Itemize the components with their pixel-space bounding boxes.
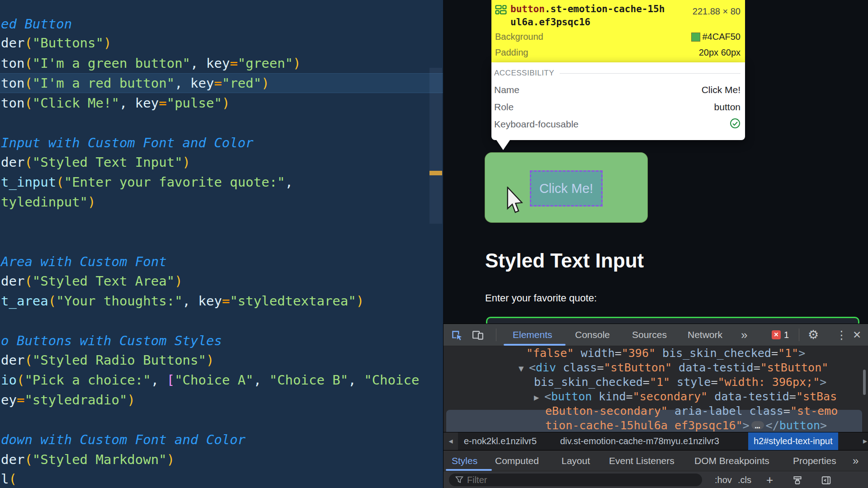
collapsed-content-pill[interactable]: … <box>751 421 764 429</box>
more-tabs-chevron[interactable]: » <box>741 324 747 346</box>
code-line: ey="styledradio") <box>1 390 135 410</box>
breadcrumb-selected[interactable]: h2#styled-text-input <box>748 432 838 450</box>
error-badge-icon[interactable]: ✕ <box>772 330 781 339</box>
check-circle-icon <box>730 118 741 131</box>
code-line: der("Buttons") <box>1 33 111 53</box>
device-toolbar-icon[interactable] <box>472 329 484 343</box>
divider <box>560 73 741 74</box>
code-line: down with Custom Font and Color <box>1 430 245 450</box>
a11y-role-row: Role button <box>494 99 741 116</box>
devtools-tabbar: ElementsConsoleSourcesNetwork » ✕ 1 ⚙ ⋮ … <box>443 324 868 346</box>
button-content-highlight: Click Me! <box>530 170 603 206</box>
filter-toggle-hov[interactable]: :hov <box>715 471 732 488</box>
kebab-menu-icon[interactable]: ⋮ <box>836 324 847 346</box>
code-line: Input with Custom Font and Color <box>1 133 254 153</box>
code-editor[interactable]: ed Buttonder("Buttons")ton("I'm a green … <box>0 0 443 488</box>
favorite-quote-input[interactable] <box>486 317 859 324</box>
code-line: ton("Click Me!", key="pulse") <box>1 93 230 113</box>
elements-tree[interactable]: "false" width="396" bis_skin_checked="1"… <box>443 346 868 432</box>
tab-elements[interactable]: Elements <box>513 324 552 346</box>
page-title: Styled Text Input <box>485 249 644 272</box>
devtools-panel: ElementsConsoleSourcesNetwork » ✕ 1 ⚙ ⋮ … <box>443 324 868 488</box>
text-input-label: Enter your favorite quote: <box>485 292 597 304</box>
tab-sources[interactable]: Sources <box>632 324 667 346</box>
settings-gear-icon[interactable]: ⚙ <box>808 324 819 346</box>
code-line: tyledinput") <box>1 192 96 212</box>
inspected-element-selector: button.st-emotion-cache-15hul6a.ef3psqc1… <box>510 3 678 29</box>
mouse-cursor-icon <box>505 187 524 216</box>
tree-line[interactable]: ▼ <div class="stButton" data-testid="stB… <box>519 361 828 375</box>
tree-line[interactable]: ▶ <button kind="secondary" data-testid="… <box>534 389 837 404</box>
breadcrumb-back-icon[interactable]: ◂ <box>443 432 458 450</box>
divider <box>496 328 496 341</box>
code-line: der("Styled Markdown") <box>1 450 175 469</box>
styles-tab-styles[interactable]: Styles <box>452 450 477 471</box>
button-label: Click Me! <box>539 181 593 196</box>
code-line: t_input("Enter your favorite quote:", <box>1 172 293 192</box>
styles-tab-dom-breakpoints[interactable]: DOM Breakpoints <box>694 450 769 471</box>
a11y-focusable-row: Keyboard-focusable <box>494 116 741 133</box>
breadcrumb-item[interactable]: e-nok2kl.e1nzilvr5 <box>464 432 537 450</box>
code-line: o Buttons with Custom Styles <box>1 331 222 351</box>
code-line: der("Styled Radio Buttons") <box>1 350 214 370</box>
code-line: der("Styled Text Input") <box>1 152 190 172</box>
element-badge-icon <box>495 3 510 17</box>
accessibility-title: ACCESSIBILITY <box>494 69 554 78</box>
inspected-element-dimensions: 221.88 × 80 <box>693 3 741 17</box>
styles-tab-computed[interactable]: Computed <box>495 450 539 471</box>
tree-line[interactable]: eButton-secondary" aria-label class="st-… <box>545 404 838 418</box>
close-devtools-icon[interactable]: ✕ <box>853 324 861 346</box>
code-line: ton("I'm a green button", key="green") <box>1 53 301 73</box>
divider <box>799 328 799 341</box>
tab-network[interactable]: Network <box>688 324 722 346</box>
styles-tab-properties[interactable]: Properties <box>793 450 836 471</box>
filter-toggle-[interactable]: + <box>766 471 773 488</box>
color-swatch <box>691 33 700 42</box>
styles-pane-tabbar: StylesComputedLayoutEvent ListenersDOM B… <box>443 450 868 471</box>
filter-toggle-cls[interactable]: .cls <box>738 471 751 488</box>
active-tab-underline <box>504 344 566 346</box>
breadcrumb-next-icon[interactable]: ▸ <box>863 432 867 450</box>
tree-line[interactable]: tion-cache-15hul6a ef3psqc16">…</button> <box>545 418 827 432</box>
toggle-sidebar-icon[interactable] <box>821 475 831 487</box>
more-styles-tabs-chevron[interactable]: » <box>853 450 859 471</box>
breadcrumb-item[interactable]: div.st-emotion-cache-m78myu.e1nzilvr3 <box>560 432 719 450</box>
code-line: Area with Custom Font <box>1 252 167 272</box>
filter-funnel-icon <box>455 476 463 486</box>
tooltip-arrow <box>496 140 510 150</box>
editor-scrollbar-marker <box>429 171 442 175</box>
error-count: 1 <box>784 324 789 346</box>
inspect-tooltip-element-section: button.st-emotion-cache-15hul6a.ef3psqc1… <box>491 0 745 62</box>
element-breadcrumbs: ◂ e-nok2kl.e1nzilvr5div.st-emotion-cache… <box>443 432 868 450</box>
streamlit-app-viewport: Click Me! <box>443 0 868 324</box>
inspect-element-icon[interactable] <box>451 329 462 343</box>
code-line: l( <box>1 469 17 488</box>
inspect-tooltip-accessibility-section: ACCESSIBILITY Name Click Me! Role button… <box>491 62 745 140</box>
tooltip-background-row: Background #4CAF50 <box>495 29 741 45</box>
styles-tab-event-listeners[interactable]: Event Listeners <box>609 450 675 471</box>
a11y-name-row: Name Click Me! <box>494 81 741 99</box>
tab-console[interactable]: Console <box>575 324 610 346</box>
rendering-brush-icon[interactable] <box>793 475 802 487</box>
styles-filter-row: :hov.cls+ <box>443 471 868 488</box>
tree-line[interactable]: bis_skin_checked="1" style="width: 396px… <box>534 375 826 389</box>
tree-scrollbar[interactable] <box>863 370 866 395</box>
styles-filter-input[interactable] <box>449 474 702 486</box>
tree-line[interactable]: "false" width="396" bis_skin_checked="1"… <box>526 346 805 361</box>
code-line: io("Pick a choice:", ["Choice A", "Choic… <box>1 370 419 390</box>
styles-tab-layout[interactable]: Layout <box>561 450 590 471</box>
code-line: ed Button <box>1 14 72 34</box>
code-line-current: ton("I'm a red button", key="red") <box>0 73 443 93</box>
screenshot-stage: ed Buttonder("Buttons")ton("I'm a green … <box>0 0 868 488</box>
code-line: der("Styled Text Area") <box>1 271 183 291</box>
editor-scrollbar-thumb[interactable] <box>429 68 442 224</box>
code-line: t_area("Your thoughts:", key="styledtext… <box>1 291 364 311</box>
tooltip-padding-row: Padding 20px 60px <box>495 45 741 61</box>
inspect-tooltip: button.st-emotion-cache-15hul6a.ef3psqc1… <box>491 0 745 140</box>
